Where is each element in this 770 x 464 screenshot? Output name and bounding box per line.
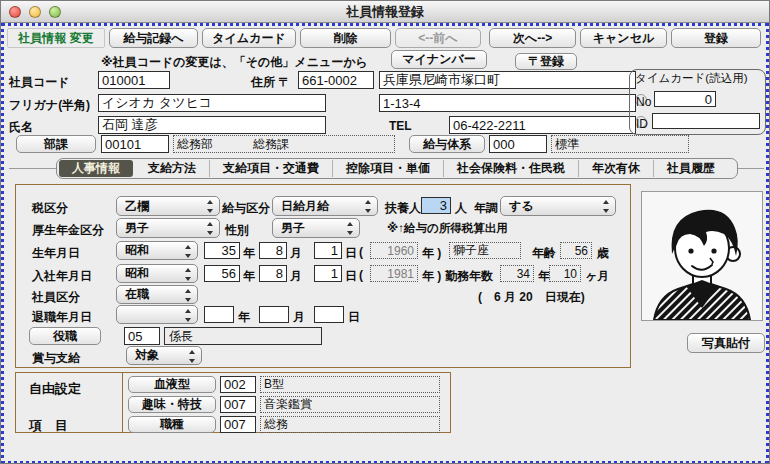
timecard-id-label: ID — [635, 116, 647, 128]
window-content: 社員情報 変更 給与記録へ タイムカード 削除 <--前へ 次へ--> キャンセ… — [1, 23, 769, 464]
tel-input[interactable] — [449, 116, 636, 134]
birth-year-unit: 年 — [243, 245, 255, 262]
traffic-lights — [9, 6, 61, 18]
tax-class-value: 乙欄 — [125, 198, 149, 215]
zip-register-button[interactable]: 〒登録 — [515, 53, 577, 70]
year-adjust-label: 年調 — [474, 200, 498, 217]
hire-west-year-display: 1981 — [370, 265, 418, 282]
next-button[interactable]: 次へ--> — [489, 28, 576, 48]
dept-button[interactable]: 部課 — [16, 135, 96, 153]
gender-value: 男子 — [281, 220, 305, 237]
blood-type-code-input[interactable] — [220, 376, 256, 393]
retire-day-unit: 日 — [348, 309, 360, 326]
payroll-record-button[interactable]: 給与記録へ — [109, 28, 198, 48]
close-button[interactable] — [9, 6, 21, 18]
name-input[interactable] — [98, 116, 326, 134]
free-setting-panel: 自由設定 項 目 血液型 B型 趣味・特技 音楽鑑賞 職種 総務 — [15, 372, 451, 433]
blood-type-button[interactable]: 血液型 — [128, 376, 216, 393]
hire-month-input[interactable] — [259, 265, 287, 282]
name-label: 氏名 — [9, 119, 33, 136]
tab-payment-method[interactable]: 支給方法 — [135, 160, 209, 177]
tab-social-insurance[interactable]: 社会保険料・住民税 — [443, 160, 578, 177]
emp-code-label: 社員コード — [9, 74, 70, 91]
kana-input[interactable] — [98, 94, 326, 112]
mode-indicator: 社員情報 変更 — [7, 28, 105, 48]
retire-month-input[interactable] — [259, 306, 289, 323]
tab-hr-info[interactable]: 人事情報 — [59, 160, 133, 177]
hire-day-unit: 日 — [345, 268, 357, 285]
tab-payment-items[interactable]: 支給項目・交通費 — [209, 160, 332, 177]
birth-date-label: 生年月日 — [32, 245, 80, 262]
zip-input[interactable] — [298, 71, 374, 89]
birth-era-popup[interactable]: 昭和 — [116, 241, 198, 260]
employment-status-popup[interactable]: 在職 — [116, 285, 198, 304]
emp-code-note: ※社員コードの変更は、「その他」メニューから — [101, 54, 368, 71]
tab-employee-history[interactable]: 社員履歴 — [653, 160, 728, 177]
timecard-no-input[interactable] — [654, 91, 716, 107]
position-code-input[interactable] — [124, 327, 160, 345]
birth-west-paren: ( — [359, 245, 363, 259]
tab-stub-left — [9, 168, 56, 169]
emp-code-input[interactable] — [98, 71, 170, 89]
minimize-button[interactable] — [29, 6, 41, 18]
popup-arrows-icon — [185, 309, 192, 322]
retire-day-input[interactable] — [314, 306, 344, 323]
service-months-unit: ヶ月 — [585, 268, 609, 285]
birth-year-input[interactable] — [204, 242, 240, 259]
address-line2-input[interactable] — [379, 94, 636, 112]
job-type-button[interactable]: 職種 — [128, 416, 216, 433]
hire-era-popup[interactable]: 昭和 — [116, 264, 198, 283]
hire-day-input[interactable] — [314, 265, 342, 282]
pay-system-code-input[interactable] — [489, 135, 547, 153]
bonus-popup[interactable]: 対象 — [126, 346, 202, 365]
hire-west-suffix: 年 ) — [422, 268, 441, 285]
birth-day-unit: 日 — [345, 245, 357, 262]
tab-deduction-items[interactable]: 控除項目・単価 — [332, 160, 443, 177]
kana-label: フリガナ(半角) — [9, 97, 90, 114]
position-button[interactable]: 役職 — [29, 327, 101, 345]
cancel-button[interactable]: キャンセル — [580, 28, 667, 48]
attach-photo-button[interactable]: 写真貼付 — [687, 333, 765, 353]
dependents-input[interactable] — [421, 197, 451, 214]
hobby-button[interactable]: 趣味・特技 — [128, 396, 216, 413]
birth-west-year-display: 1960 — [370, 242, 418, 259]
service-years-label: 勤務年数 — [445, 268, 493, 285]
retire-era-popup[interactable] — [116, 305, 198, 324]
year-adjust-popup[interactable]: する — [500, 196, 616, 216]
tel-label: TEL — [389, 119, 412, 133]
gender-popup[interactable]: 男子 — [272, 218, 360, 238]
bonus-value: 対象 — [135, 347, 159, 364]
birth-month-unit: 月 — [290, 245, 302, 262]
service-years-display: 34 — [500, 265, 534, 282]
job-type-code-input[interactable] — [220, 416, 256, 433]
prev-button: <--前へ — [395, 28, 481, 48]
register-button[interactable]: 登録 — [671, 28, 761, 48]
timecard-button[interactable]: タイムカード — [202, 28, 296, 48]
hire-year-input[interactable] — [204, 265, 240, 282]
delete-button[interactable]: 削除 — [300, 28, 391, 48]
tab-annual-leave[interactable]: 年次有休 — [578, 160, 653, 177]
bonus-label: 賞与支給 — [32, 350, 80, 367]
popup-arrows-icon — [185, 268, 192, 281]
zoom-button[interactable] — [49, 6, 61, 18]
mynumber-button[interactable]: マイナンバー — [391, 50, 487, 69]
retire-year-input[interactable] — [204, 306, 234, 323]
dept-name: 総務部 — [177, 136, 253, 153]
employment-status-value: 在職 — [125, 286, 149, 303]
tax-class-popup[interactable]: 乙欄 — [116, 196, 220, 216]
address-line1-input[interactable] — [379, 71, 636, 89]
birth-day-input[interactable] — [314, 242, 342, 259]
dept-code-input[interactable] — [101, 135, 169, 153]
pension-class-popup[interactable]: 男子 — [116, 218, 220, 238]
timecard-id-input[interactable] — [652, 113, 760, 129]
popup-arrows-icon — [207, 222, 214, 235]
pay-class-popup[interactable]: 日給月給 — [272, 196, 378, 216]
retire-month-unit: 月 — [293, 309, 305, 326]
age-unit: 歳 — [597, 245, 609, 262]
dept-name-display: 総務部 総務課 — [173, 135, 395, 153]
hobby-code-input[interactable] — [220, 396, 256, 413]
employee-registration-window: 社員情報登録 社員情報 変更 給与記録へ タイムカード 削除 <--前へ 次へ-… — [0, 0, 770, 464]
pay-system-button[interactable]: 給与体系 — [409, 135, 485, 153]
employment-status-label: 社員区分 — [32, 289, 80, 306]
birth-month-input[interactable] — [259, 242, 287, 259]
